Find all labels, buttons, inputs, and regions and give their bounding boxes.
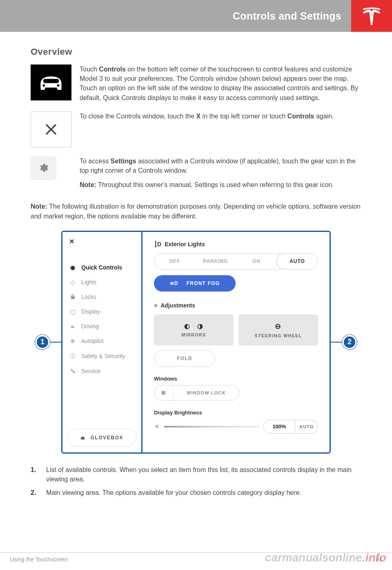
quick-controls-icon: ◉ — [69, 264, 76, 271]
nav-driving[interactable]: 🚘︎Driving — [67, 319, 136, 334]
front-fog-button[interactable]: ≋D FRONT FOG — [154, 275, 236, 292]
callout-1: 1 — [35, 335, 50, 350]
svg-point-2 — [57, 84, 60, 87]
page-title: Controls and Settings — [233, 10, 341, 22]
sidebar: ✕ ◉Quick Controls ◇Lights 🔒︎Locks ▢Displ… — [62, 232, 143, 452]
steering-tile[interactable]: ⊖ STEERING WHEEL — [238, 314, 318, 345]
lights-segment[interactable]: OFF PARKING ON AUTO — [154, 253, 318, 269]
nav-autopilot[interactable]: ⊕Autopilot — [67, 334, 136, 348]
content: Overview Touch Controls on the bottom le… — [0, 32, 392, 497]
brightness-auto[interactable]: AUTO — [295, 420, 318, 434]
autopilot-icon: ⊕ — [69, 338, 76, 344]
sun-icon: ☀︎ — [154, 423, 160, 430]
callout-line-left — [50, 342, 61, 343]
nav-quick-controls[interactable]: ◉Quick Controls — [67, 260, 136, 275]
nav-locks[interactable]: 🔒︎Locks — [67, 289, 136, 304]
window-icon: ▤ — [154, 385, 173, 400]
ordered-list: 1. List of available controls. When you … — [31, 465, 361, 498]
section-overview-heading: Overview — [31, 47, 361, 57]
footer-left: Using the Touchscreen — [10, 556, 68, 563]
row-close-thumb: To close the Controls window, touch the … — [31, 111, 361, 147]
tesla-logo — [351, 0, 392, 32]
list-item-2: 2. Main viewing area. The options availa… — [31, 488, 361, 497]
seg-off[interactable]: OFF — [154, 254, 195, 269]
para-close: To close the Controls window, touch the … — [80, 111, 334, 147]
steering-icon: ⊖ — [275, 322, 281, 331]
main-panel: ┋DExterior Lights OFF PARKING ON AUTO ≋D… — [143, 232, 330, 452]
svg-rect-0 — [43, 79, 59, 83]
fold-button[interactable]: FOLD — [154, 350, 215, 367]
sliders-icon: ≡ — [154, 302, 157, 309]
gear-icon — [38, 163, 49, 173]
mirrors-tile[interactable]: ◐ ◑ MIRRORS — [154, 314, 234, 345]
note-illustration: Note: The following illustration is for … — [31, 202, 361, 220]
callout-line-right — [331, 342, 342, 343]
illustration: 1 ✕ ◉Quick Controls ◇Lights 🔒︎Locks ▢Dis… — [31, 231, 361, 454]
nav-service[interactable]: 🔧︎Service — [67, 364, 136, 379]
nav-lights[interactable]: ◇Lights — [67, 275, 136, 289]
close-thumb — [31, 111, 71, 147]
seg-auto[interactable]: AUTO — [276, 253, 318, 269]
lights-icon: ◇ — [69, 279, 76, 285]
fog-icon: ≋D — [170, 281, 178, 286]
lock-icon: 🔒︎ — [69, 294, 76, 300]
para-controls: Touch Controls on the bottom left corner… — [80, 65, 361, 102]
driving-icon: 🚘︎ — [69, 323, 76, 330]
svg-point-1 — [42, 84, 45, 87]
header-band: Controls and Settings — [0, 0, 392, 32]
close-button[interactable]: ✕ — [67, 238, 136, 245]
nav-display[interactable]: ▢Display — [67, 304, 136, 319]
close-icon — [44, 122, 58, 137]
seg-parking[interactable]: PARKING — [195, 254, 236, 269]
adjustments-head: ≡Adjustments — [154, 302, 318, 309]
exterior-lights-head: ┋DExterior Lights — [154, 241, 318, 247]
callout-2: 2 — [342, 335, 357, 350]
safety-icon: ⓘ — [69, 352, 76, 360]
glovebox-button[interactable]: ⏏︎ GLOVEBOX — [67, 429, 136, 447]
row-settings-thumb: To access Settings associated with a Con… — [31, 156, 361, 190]
nav-safety[interactable]: ⓘSafety & Security — [67, 348, 136, 364]
watermark: carmanualsonline.info — [265, 551, 386, 564]
controls-app-icon — [31, 65, 71, 100]
glovebox-icon: ⏏︎ — [80, 435, 86, 441]
mirrors-icon: ◐ ◑ — [184, 322, 203, 330]
brightness-head: Display Brightness — [154, 410, 318, 416]
headlight-icon: ┋D — [154, 241, 161, 247]
brightness-slider[interactable] — [164, 426, 260, 428]
row-controls-thumb: Touch Controls on the bottom left corner… — [31, 65, 361, 102]
brightness-value: 100% — [263, 420, 295, 434]
para-settings: To access Settings associated with a Con… — [80, 156, 361, 190]
windows-head: Windows — [154, 376, 318, 382]
service-icon: 🔧︎ — [69, 368, 76, 374]
car-front-icon — [36, 73, 66, 91]
list-item-1: 1. List of available controls. When you … — [31, 465, 361, 484]
settings-gear-thumb — [31, 156, 56, 179]
controls-screen: ✕ ◉Quick Controls ◇Lights 🔒︎Locks ▢Displ… — [61, 231, 331, 454]
tesla-t-icon — [360, 4, 383, 27]
display-icon: ▢ — [69, 308, 76, 315]
window-lock-button[interactable]: ▤ WINDOW LOCK — [154, 385, 240, 401]
seg-on[interactable]: ON — [236, 254, 277, 269]
